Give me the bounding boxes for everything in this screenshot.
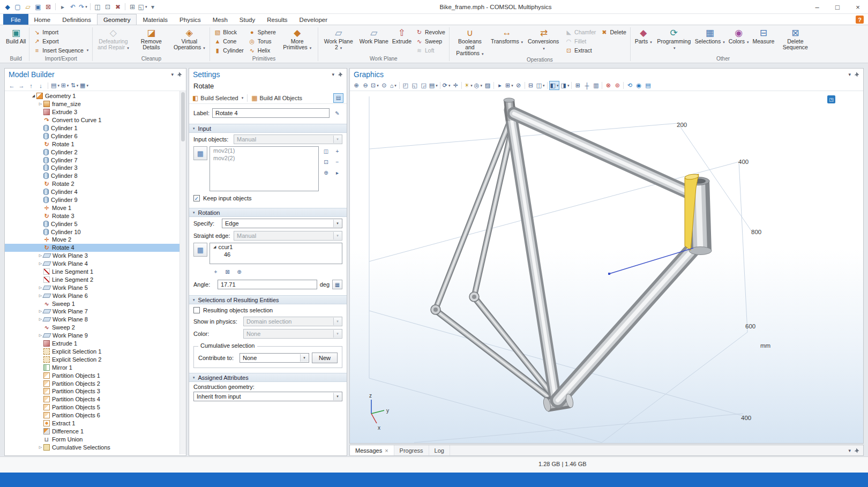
ribbon-helix-button[interactable]: ∿Helix	[246, 46, 278, 55]
measure-distance-button[interactable]: ⊟	[527, 81, 535, 90]
ribbon-sweep-button[interactable]: ∿Sweep	[414, 37, 447, 46]
paste-selection-button[interactable]: ⊡	[321, 157, 331, 167]
deselect-button[interactable]: ⊘	[514, 81, 523, 90]
ribbon-transforms-button[interactable]: ↔Transforms ▾	[489, 26, 525, 57]
show-grid-button[interactable]: ⊞	[573, 81, 582, 90]
copy-selection-button[interactable]: ◫	[321, 146, 331, 156]
tree-item-sweep-2[interactable]: ∿Sweep 2	[5, 324, 186, 332]
tree-item-extrude-1[interactable]: Extrude 1	[5, 340, 186, 348]
forward-button[interactable]: →	[17, 81, 26, 90]
tree-item-work-plane-6[interactable]: ▷Work Plane 6	[5, 291, 186, 299]
straight-edge-listbox[interactable]: ◢ccur1 46	[209, 243, 342, 264]
ribbon-selections-button[interactable]: ▦Selections ▾	[693, 26, 727, 56]
settings-grid-button[interactable]: ⊞	[128, 2, 137, 12]
view-along-x-button[interactable]: ◰	[401, 81, 410, 90]
section-input-header[interactable]: ▾ Input	[189, 124, 347, 133]
contribute-to-combo[interactable]: None▾	[240, 353, 309, 363]
back-button[interactable]: ←	[8, 81, 16, 90]
ribbon-export-button[interactable]: ↗Export	[31, 37, 91, 46]
edge-parent-item[interactable]: ◢ccur1	[210, 243, 342, 251]
revert-file-button[interactable]: ⊠	[43, 2, 53, 12]
build-selected-button[interactable]: ◧ Build Selected ▾	[192, 94, 243, 102]
zoom-to-edge-button[interactable]: ⊕	[234, 267, 244, 276]
show-material-color-button[interactable]: ◧▾	[549, 81, 560, 90]
new-selection-button[interactable]: New	[312, 353, 338, 363]
tree-item-move-1[interactable]: ✛Move 1	[5, 204, 186, 212]
sort-nodes-button[interactable]: ⇅▾	[70, 81, 79, 90]
tree-item-frame-size[interactable]: ▷frame_size	[5, 100, 186, 108]
clear-edge-button[interactable]: ⊠	[222, 267, 233, 276]
tree-item-cylinder-2[interactable]: Cylinder 2	[5, 148, 186, 156]
close-button[interactable]: ×	[848, 0, 868, 14]
move-up-button[interactable]: ↑	[27, 81, 35, 90]
tree-item-difference-1[interactable]: Difference 1	[5, 427, 186, 435]
dropdown-caret-icon[interactable]: ▾	[242, 96, 244, 100]
zoom-extents-button[interactable]: ⊡▾	[370, 81, 379, 90]
settings-options-button[interactable]: ▤	[333, 93, 343, 103]
snapshot-button[interactable]: ◉	[634, 81, 643, 90]
specify-combo[interactable]: Edge▾	[222, 219, 342, 228]
go-to-default-view-button[interactable]: ⌂▾	[389, 81, 398, 90]
menu-tab-home[interactable]: Home	[28, 14, 57, 25]
graphics-canvas[interactable]: z y x 200 400 800 600 mm 400 ◳	[350, 91, 863, 443]
comsol-logo-button[interactable]: ◆	[3, 2, 12, 12]
ribbon-loft-button[interactable]: ≋Loft	[414, 46, 447, 55]
ribbon-defeaturing-and-repair-button[interactable]: ◇Defeaturing and Repair ▾	[94, 26, 132, 56]
ribbon-cylinder-button[interactable]: ▮Cylinder	[212, 46, 246, 55]
help-button[interactable]: ?	[856, 16, 864, 24]
collapsed-arrow-icon[interactable]: ▷	[38, 445, 43, 449]
build-all-objects-button[interactable]: ▦ Build All Objects	[251, 94, 302, 102]
tree-item-mirror-1[interactable]: Mirror 1	[5, 363, 186, 371]
tree-item-work-plane-4[interactable]: ▷Work Plane 4	[5, 260, 186, 268]
maximize-button[interactable]: □	[827, 0, 848, 14]
tree-item-partition-objects-4[interactable]: Partition Objects 4	[5, 395, 186, 403]
ribbon-delete-sequence-button[interactable]: ⊠Delete Sequence	[776, 26, 814, 56]
tree-item-geometry-1[interactable]: ◢Geometry 1	[5, 92, 186, 100]
customize-toolbar-button[interactable]: ▾	[148, 2, 158, 12]
tree-item-partition-objects-1[interactable]: Partition Objects 1	[5, 371, 186, 379]
label-options-button[interactable]: ✎	[332, 108, 342, 118]
view-along-y-button[interactable]: ◱	[410, 81, 419, 90]
tree-item-work-plane-8[interactable]: ▷Work Plane 8	[5, 316, 186, 324]
tree-item-work-plane-5[interactable]: ▷Work Plane 5	[5, 283, 186, 291]
tree-item-explicit-selection-1[interactable]: Explicit Selection 1	[5, 348, 186, 356]
minimize-button[interactable]: –	[807, 0, 827, 14]
menu-tab-file[interactable]: File	[3, 14, 28, 25]
hide-geometric-entities-button[interactable]: ⊗	[604, 81, 612, 90]
tree-item-rotate-4[interactable]: ↻Rotate 4	[5, 244, 186, 252]
tree-item-move-2[interactable]: ✛Move 2	[5, 236, 186, 244]
print-button[interactable]: ▤	[643, 81, 652, 90]
refresh-view-button[interactable]: ⟲	[625, 81, 634, 90]
section-rotation-header[interactable]: ▾ Rotation	[189, 208, 347, 217]
redo-button[interactable]: ↷▾	[78, 2, 88, 12]
pin-icon[interactable]	[338, 72, 343, 77]
menu-tab-mesh[interactable]: Mesh	[207, 14, 234, 25]
ribbon-block-button[interactable]: ▧Block	[212, 28, 246, 36]
select-objects-button[interactable]: ▸	[496, 81, 504, 90]
selection-list-item[interactable]: mov2(2)	[210, 154, 318, 162]
tree-item-partition-objects-6[interactable]: Partition Objects 6	[5, 411, 186, 419]
copy-button[interactable]: ◫	[93, 2, 102, 12]
expanded-arrow-icon[interactable]: ◢	[31, 94, 36, 98]
tree-item-cylinder-6[interactable]: Cylinder 6	[5, 132, 186, 140]
ribbon-cone-button[interactable]: ▲Cone	[212, 37, 246, 46]
ribbon-work-plane-2-button[interactable]: ▱Work Plane 2 ▾	[320, 26, 357, 56]
construction-geometry-combo[interactable]: Inherit from input▾	[193, 392, 342, 401]
show-selection-colors-button[interactable]: ◨▾	[560, 81, 570, 90]
remove-selection-button[interactable]: −	[332, 157, 342, 167]
resulting-objects-checkbox[interactable]	[193, 307, 200, 313]
tree-item-cumulative-selections[interactable]: ▷Cumulative Selections	[5, 443, 186, 451]
ribbon-conversions-button[interactable]: ⇄Conversions ▾	[525, 26, 563, 57]
ribbon-extract-button[interactable]: ⊡Extract	[563, 46, 598, 55]
show-axes-button[interactable]: ┼	[582, 81, 591, 90]
panel-menu-icon[interactable]: ▾	[171, 72, 174, 77]
ribbon-fillet-button[interactable]: ◠Fillet	[563, 37, 598, 46]
tree-item-cylinder-10[interactable]: Cylinder 10	[5, 228, 186, 236]
tree-item-line-segment-2[interactable]: Line Segment 2	[5, 275, 186, 283]
tree-item-cylinder-1[interactable]: Cylinder 1	[5, 124, 186, 132]
collapse-expand-button[interactable]: ⊞▾	[61, 81, 69, 90]
orbit-rotate-button[interactable]: ⟳▾	[442, 81, 451, 90]
section-attributes-header[interactable]: ▾ Assigned Attributes	[189, 373, 347, 382]
pin-icon[interactable]	[854, 72, 859, 77]
input-objects-listbox[interactable]: mov2(1)mov2(2)	[209, 146, 319, 191]
